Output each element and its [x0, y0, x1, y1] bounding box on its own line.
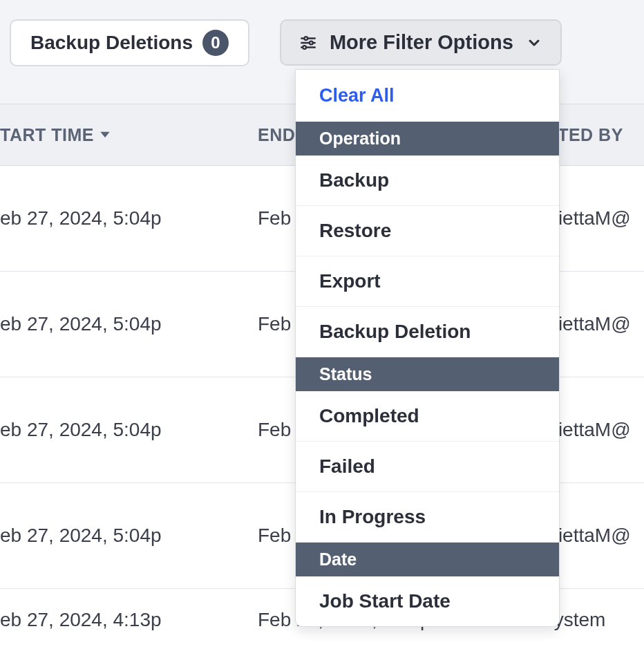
- clear-all-link[interactable]: Clear All: [296, 70, 559, 122]
- more-filter-options-button[interactable]: More Filter Options: [280, 19, 562, 66]
- dropdown-section-date: Date: [296, 543, 559, 576]
- cell-start-time: eb 27, 2024, 5:04p: [0, 419, 258, 441]
- more-filter-options-dropdown: Clear All Operation Backup Restore Expor…: [295, 69, 560, 627]
- cell-start-time: eb 27, 2024, 4:13p: [0, 609, 258, 631]
- column-header-end-label: END: [258, 125, 295, 144]
- dropdown-section-status: Status: [296, 357, 559, 391]
- filter-chip-backup-deletions[interactable]: Backup Deletions 0: [10, 19, 249, 66]
- svg-marker-6: [100, 131, 109, 137]
- svg-point-3: [310, 41, 313, 44]
- svg-point-1: [304, 37, 307, 40]
- column-header-start-label: TART TIME: [0, 125, 94, 145]
- cell-start-time: eb 27, 2024, 5:04p: [0, 313, 258, 335]
- cell-start-time: eb 27, 2024, 5:04p: [0, 207, 258, 229]
- filter-option-failed[interactable]: Failed: [296, 442, 559, 492]
- filter-chip-label: Backup Deletions: [30, 32, 193, 54]
- svg-point-5: [303, 46, 306, 49]
- sort-desc-icon: [98, 125, 112, 145]
- filter-option-job-start-date[interactable]: Job Start Date: [296, 576, 559, 626]
- filter-option-backup[interactable]: Backup: [296, 156, 559, 206]
- filter-option-backup-deletion[interactable]: Backup Deletion: [296, 307, 559, 357]
- cell-start-time: eb 27, 2024, 5:04p: [0, 525, 258, 547]
- column-header-start-time[interactable]: TART TIME: [0, 125, 258, 145]
- filter-option-completed[interactable]: Completed: [296, 391, 559, 442]
- sliders-icon: [299, 34, 317, 52]
- filter-option-in-progress[interactable]: In Progress: [296, 492, 559, 543]
- filter-option-export[interactable]: Export: [296, 256, 559, 307]
- more-filter-options-label: More Filter Options: [330, 31, 513, 54]
- chevron-down-icon: [526, 35, 542, 51]
- dropdown-section-operation: Operation: [296, 122, 559, 156]
- filter-option-restore[interactable]: Restore: [296, 206, 559, 256]
- filter-chip-count-badge: 0: [202, 30, 229, 56]
